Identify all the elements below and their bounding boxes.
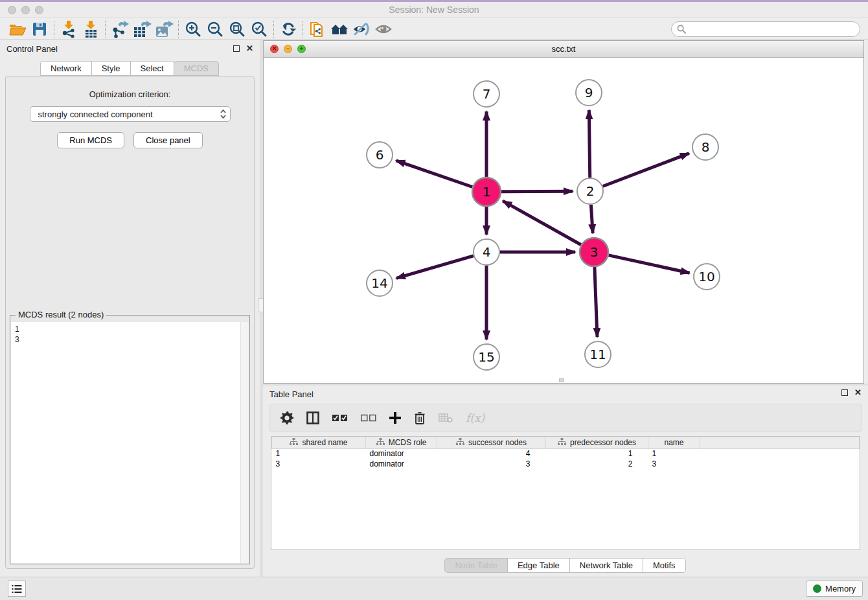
network-graph[interactable]: 7968124314101511 [264, 58, 863, 383]
tab-style[interactable]: Style [91, 61, 131, 76]
deselect-all-checkboxes-icon[interactable] [361, 414, 376, 422]
import-table-icon[interactable] [80, 19, 102, 39]
zoom-out-icon[interactable] [204, 19, 226, 39]
graph-node-8[interactable]: 8 [692, 134, 718, 160]
select-all-checkboxes-icon[interactable] [332, 414, 348, 422]
graph-node-2[interactable]: 2 [577, 178, 603, 204]
zoom-fit-content-icon[interactable] [226, 19, 248, 39]
memory-button[interactable]: Memory [806, 581, 863, 597]
first-neighbors-icon[interactable] [328, 19, 350, 39]
graph-node-14[interactable]: 14 [367, 270, 393, 296]
tab-select[interactable]: Select [130, 61, 174, 76]
refresh-icon[interactable] [277, 19, 299, 39]
control-panel-header: Control Panel ✕ [0, 40, 260, 57]
search-input[interactable] [689, 25, 854, 34]
column-header-name[interactable]: name [648, 437, 700, 448]
edge-2-to-8[interactable] [603, 154, 689, 187]
edge-1-to-6[interactable] [396, 161, 473, 187]
delete-table-icon[interactable] [439, 413, 453, 423]
cell-successor-nodes[interactable]: 4 [437, 448, 546, 459]
close-panel-button[interactable]: Close panel [133, 132, 203, 148]
status-bar: Memory [0, 577, 868, 600]
tab-edge-table[interactable]: Edge Table [507, 558, 570, 573]
cell-filler [700, 448, 860, 459]
function-builder-icon[interactable]: f(x) [466, 411, 485, 424]
tab-network-table[interactable]: Network Table [569, 558, 643, 573]
graph-node-3[interactable]: 3 [580, 238, 608, 266]
network-canvas[interactable]: 7968124314101511 [264, 58, 863, 383]
table-row[interactable]: 1dominator411 [272, 448, 860, 459]
edge-3-to-10[interactable] [608, 255, 689, 273]
settings-gear-icon[interactable] [280, 411, 293, 424]
column-view-icon[interactable] [306, 411, 319, 424]
graph-node-11[interactable]: 11 [585, 341, 611, 367]
run-mcds-button[interactable]: Run MCDS [57, 132, 124, 148]
table-row[interactable]: 3dominator323 [272, 459, 860, 469]
graph-node-9[interactable]: 9 [576, 80, 602, 106]
node-table: shared nameMCDS rolesuccessor nodesprede… [271, 436, 860, 550]
delete-column-trash-icon[interactable] [414, 411, 426, 424]
float-panel-icon[interactable] [233, 45, 240, 52]
optimization-criterion-label: Optimization criterion: [6, 89, 254, 99]
graph-node-4[interactable]: 4 [474, 239, 499, 265]
cell-predecessor-nodes[interactable]: 2 [546, 459, 648, 469]
hierarchy-icon [376, 438, 385, 447]
svg-text:11: 11 [589, 347, 606, 362]
toolbar-separator [303, 21, 303, 38]
cell-successor-nodes[interactable]: 3 [437, 459, 546, 469]
task-history-button[interactable] [8, 581, 26, 597]
export-table-icon[interactable] [131, 19, 153, 39]
network-window-titlebar[interactable]: ✕ − + scc.txt [264, 41, 863, 58]
edge-4-to-14[interactable] [396, 256, 474, 279]
clone-network-icon[interactable] [306, 19, 328, 39]
mcds-result-list[interactable]: 13 [11, 322, 249, 563]
mcds-result-line: 1 [15, 324, 245, 334]
export-network-icon[interactable] [109, 19, 131, 39]
add-column-icon[interactable] [389, 412, 401, 424]
graph-node-1[interactable]: 1 [472, 178, 501, 206]
cell-shared-name[interactable]: 3 [272, 459, 366, 469]
graph-node-6[interactable]: 6 [367, 142, 393, 168]
column-header-shared-name[interactable]: shared name [272, 437, 366, 448]
edge-2-to-3[interactable] [591, 205, 593, 233]
column-header-predecessor-nodes[interactable]: predecessor nodes [546, 437, 648, 448]
column-header-successor-nodes[interactable]: successor nodes [437, 437, 546, 448]
cell-MCDS-role[interactable]: dominator [366, 459, 437, 469]
result-scrollbar[interactable] [240, 322, 249, 563]
save-session-icon[interactable] [29, 19, 51, 39]
app-titlebar: Session: New Session [0, 2, 868, 18]
cell-shared-name[interactable]: 1 [272, 448, 366, 459]
cell-name[interactable]: 3 [648, 459, 700, 469]
svg-text:6: 6 [376, 147, 384, 163]
show-hidden-eye-icon[interactable] [372, 19, 394, 39]
edge-3-to-1[interactable] [503, 201, 581, 245]
edge-2-to-9[interactable] [589, 110, 589, 178]
cell-name[interactable]: 1 [648, 448, 700, 459]
criterion-select[interactable]: strongly connected component [30, 106, 231, 122]
import-network-icon[interactable] [58, 19, 80, 39]
zoom-fit-selected-icon[interactable] [248, 19, 270, 39]
tab-mcds[interactable]: MCDS [174, 61, 219, 76]
graph-node-10[interactable]: 10 [694, 264, 720, 290]
zoom-in-icon[interactable] [182, 19, 204, 39]
export-image-icon[interactable] [153, 19, 175, 39]
graph-node-15[interactable]: 15 [474, 344, 499, 370]
mcds-result-title: MCDS result (2 nodes) [16, 310, 106, 319]
hide-selected-icon[interactable] [350, 19, 372, 39]
tab-motifs[interactable]: Motifs [643, 558, 686, 573]
column-header-MCDS-role[interactable]: MCDS role [366, 437, 437, 448]
cell-predecessor-nodes[interactable]: 1 [546, 448, 648, 459]
close-table-panel-icon[interactable]: ✕ [854, 389, 862, 396]
edge-3-to-11[interactable] [595, 267, 597, 337]
float-table-panel-icon[interactable] [841, 389, 848, 396]
open-session-icon[interactable] [6, 19, 29, 39]
canvas-resize-grip[interactable] [559, 378, 564, 382]
search-icon [677, 25, 686, 34]
close-panel-icon[interactable]: ✕ [246, 45, 253, 52]
tab-network[interactable]: Network [40, 61, 92, 76]
tab-node-table[interactable]: Node Table [444, 558, 508, 573]
cell-MCDS-role[interactable]: dominator [366, 448, 437, 459]
global-search[interactable] [671, 21, 860, 37]
edge-1-to-2[interactable] [501, 191, 573, 192]
graph-node-7[interactable]: 7 [474, 81, 499, 107]
